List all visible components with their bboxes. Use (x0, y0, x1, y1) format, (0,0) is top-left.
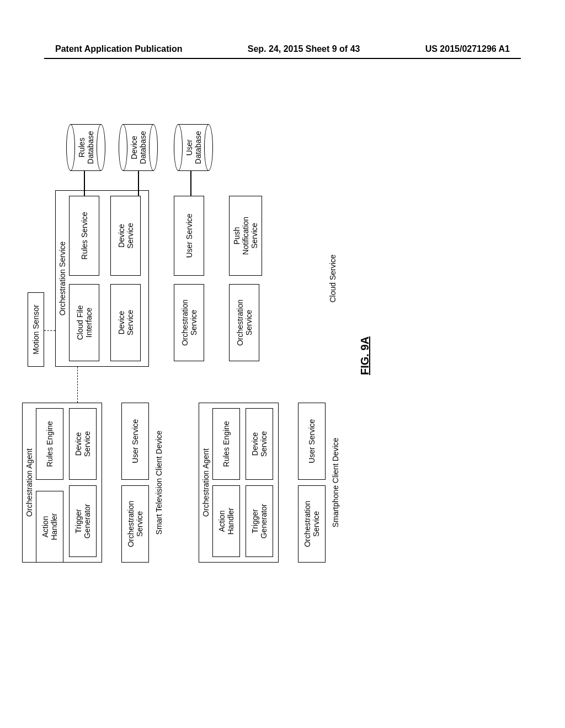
cloud-orch-service1: Orchestration Service (174, 284, 204, 361)
header-divider (44, 58, 521, 59)
cloud-user-service: User Service (174, 196, 204, 276)
header-left: Patent Application Publication (55, 44, 183, 54)
figure-label: FIG. 9A (359, 336, 371, 375)
conn-user-db (190, 171, 191, 196)
tv-agent-label: Orchestration Agent (25, 403, 34, 563)
phone-rules-engine: Rules Engine (212, 408, 240, 480)
tv-rules-engine: Rules Engine (36, 408, 63, 480)
motion-sensor: Motion Sensor (28, 292, 44, 367)
phone-client-label: Smartphone Client Device (331, 403, 340, 563)
architecture-diagram: Smart Television Client Device Orchestra… (22, 143, 541, 563)
cloud-device-service-l: Device Service (110, 284, 141, 361)
tv-client-label: Smart Television Client Device (154, 403, 163, 563)
cloud-file-interface: Cloud File Interface (69, 284, 99, 361)
user-db: User Database (174, 124, 215, 171)
tv-action-handler: Action Handler (36, 491, 63, 563)
cloud-push-notif: Push Notification Service (229, 196, 262, 276)
phone-agent-label: Orchestration Agent (201, 403, 210, 563)
phone-trigger-gen: Trigger Generator (246, 485, 273, 557)
conn-rules-db (84, 171, 85, 196)
phone-orch-service: Orchestration Service (298, 485, 326, 563)
phone-device-service: Device Service (246, 408, 273, 480)
cloud-label: Cloud Service (328, 190, 337, 367)
cloud-device-service-r: Device Service (110, 196, 141, 276)
cloud-rules-service: Rules Service (69, 196, 99, 276)
tv-user-service: User Service (121, 403, 149, 480)
phone-user-service: User Service (298, 403, 326, 480)
tv-device-service: Device Service (69, 408, 97, 480)
device-db: Device Database (119, 124, 160, 171)
cloud-orch-service2: Orchestration Service (229, 284, 259, 361)
conn-device-db (138, 171, 139, 196)
tv-trigger-gen: Trigger Generator (69, 485, 97, 557)
conn-motion-to-cloud (44, 330, 55, 331)
page-header: Patent Application Publication Sep. 24, … (0, 44, 565, 54)
header-center: Sep. 24, 2015 Sheet 9 of 43 (248, 44, 360, 54)
cloud-orch-label: Orchestration Service (58, 190, 67, 367)
tv-orch-service: Orchestration Service (121, 485, 149, 563)
header-right: US 2015/0271296 A1 (425, 44, 510, 54)
conn-tv-to-cloud (77, 367, 78, 403)
rules-db: Rules Database (66, 124, 108, 171)
phone-action-handler: Action Handler (212, 485, 240, 557)
